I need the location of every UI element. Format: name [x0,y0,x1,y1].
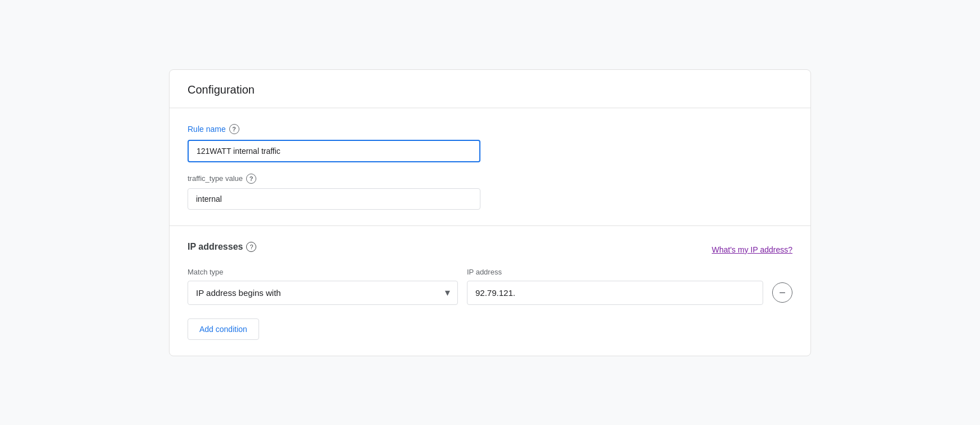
whats-my-ip-link[interactable]: What's my IP address? [712,245,792,254]
match-type-select-wrapper: IP address begins with IP address equals… [188,281,458,305]
ip-section-header: IP addresses ? What's my IP address? [188,242,792,258]
ip-addresses-help-icon[interactable]: ? [246,242,256,252]
add-condition-button[interactable]: Add condition [188,318,259,340]
traffic-type-label: traffic_type value [188,174,243,183]
condition-row: Match type IP address begins with IP add… [188,268,792,305]
rule-name-label: Rule name [188,125,226,134]
traffic-type-help-icon[interactable]: ? [246,174,256,184]
ip-address-label: IP address [467,268,763,276]
rule-name-section: Rule name ? traffic_type value ? [170,108,810,225]
page-title: Configuration [188,83,792,96]
traffic-type-input[interactable] [188,188,480,210]
rule-name-label-row: Rule name ? [188,124,792,134]
rule-name-help-icon[interactable]: ? [229,124,239,134]
match-type-group: Match type IP address begins with IP add… [188,268,458,305]
ip-addresses-section: IP addresses ? What's my IP address? Mat… [170,226,810,356]
card-header: Configuration [170,70,810,108]
add-condition-label: Add condition [199,325,247,334]
minus-icon: − [779,287,786,298]
remove-condition-button[interactable]: − [772,282,792,303]
rule-name-input[interactable] [188,140,480,162]
match-type-select[interactable]: IP address begins with IP address equals… [188,281,458,305]
configuration-card: Configuration Rule name ? traffic_type v… [169,69,811,356]
traffic-type-label-row: traffic_type value ? [188,174,792,184]
ip-address-group: IP address [467,268,763,305]
ip-addresses-label-row: IP addresses ? [188,242,256,252]
match-type-label: Match type [188,268,458,276]
ip-address-input[interactable] [467,281,763,305]
traffic-type-group: traffic_type value ? [188,174,792,210]
ip-addresses-label: IP addresses [188,242,243,252]
